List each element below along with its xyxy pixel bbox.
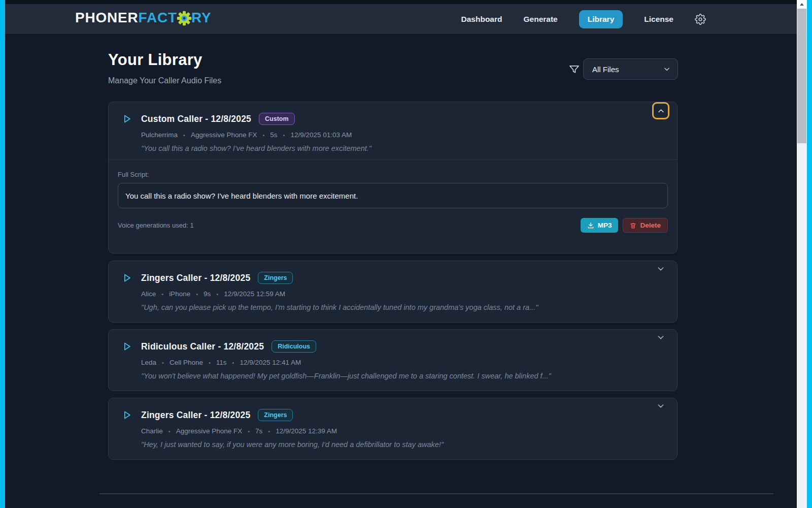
card-title: Zingers Caller - 12/8/2025 [141, 273, 250, 283]
audio-card: Zingers Caller - 12/8/2025 Zingers Alice… [108, 261, 678, 323]
expand-button[interactable] [656, 333, 665, 342]
card-title: Zingers Caller - 12/8/2025 [141, 410, 250, 421]
meta-separator: • [268, 428, 270, 434]
meta-separator: • [162, 360, 164, 366]
delete-button-label: Delete [640, 221, 661, 229]
meta-separator: • [283, 132, 285, 138]
filter-funnel-icon [568, 64, 580, 77]
header-bar: PHONER FACT [5, 4, 797, 35]
gear-logo-icon [177, 11, 192, 26]
category-badge: Custom [259, 113, 295, 125]
meta-separator: • [183, 132, 185, 138]
meta-separator: • [216, 291, 218, 297]
script-preview: "You call this a radio show? I've heard … [141, 144, 664, 152]
brand-name-part2a: FACT [139, 10, 177, 26]
card-meta: Pulcherrima • Aggressive Phone FX • 5s •… [141, 131, 664, 139]
duration: 7s [255, 427, 262, 435]
brand-logo[interactable]: PHONER FACT [75, 10, 211, 26]
scroll-up-arrow-icon [800, 3, 804, 6]
meta-separator: • [232, 360, 234, 366]
effect-name: iPhone [169, 290, 190, 298]
collapse-button[interactable] [652, 102, 669, 119]
page-title: Your Library [108, 51, 202, 69]
effect-name: Aggressive Phone FX [191, 131, 257, 139]
right-edge-stripe [807, 0, 812, 508]
created-timestamp: 12/9/2025 12:59 AM [224, 290, 285, 298]
script-preview: "You won't believe what happened! My pet… [141, 372, 664, 380]
duration: 5s [270, 131, 277, 139]
nav-item-license[interactable]: License [644, 15, 673, 24]
audio-card: Zingers Caller - 12/8/2025 Zingers Charl… [108, 398, 678, 460]
chevron-down-icon [657, 402, 665, 410]
meta-separator: • [262, 132, 264, 138]
card-divider [109, 160, 677, 160]
meta-separator: • [248, 428, 250, 434]
scroll-up-button[interactable] [797, 0, 807, 9]
main-nav: Dashboard Generate Library License [461, 4, 706, 35]
category-badge: Ridiculous [272, 340, 316, 353]
full-script-label: Full Script: [118, 171, 668, 178]
brand-name-part1: PHONER [75, 10, 139, 26]
scrollbar-thumb[interactable] [797, 9, 806, 143]
full-script-box[interactable]: You call this a radio show? I've heard b… [118, 183, 668, 208]
created-timestamp: 12/9/2025 12:41 AM [240, 359, 301, 366]
settings-button[interactable] [695, 14, 706, 25]
nav-item-library[interactable]: Library [579, 10, 623, 28]
category-badge: Zingers [258, 409, 293, 421]
mp3-button-label: MP3 [598, 221, 612, 229]
chevron-up-icon [657, 107, 665, 115]
meta-separator: • [209, 360, 211, 366]
card-meta: Leda • Cell Phone • 11s • 12/9/2025 12:4… [141, 359, 664, 366]
play-icon[interactable] [122, 114, 132, 124]
trash-icon [630, 222, 636, 229]
effect-name: Aggressive Phone FX [176, 427, 243, 435]
expand-button[interactable] [656, 264, 665, 273]
voice-name: Alice [141, 290, 156, 298]
created-timestamp: 12/9/2025 01:03 AM [290, 131, 352, 139]
nav-item-generate[interactable]: Generate [524, 15, 558, 24]
audio-card: Ridiculous Caller - 12/8/2025 Ridiculous… [108, 329, 678, 391]
file-filter-select[interactable]: All Files [583, 58, 678, 80]
effect-name: Cell Phone [170, 359, 203, 366]
generations-used-label: Voice generations used: 1 [118, 221, 194, 229]
chevron-down-icon [663, 66, 670, 73]
app-window: PHONER FACT [5, 0, 797, 508]
voice-name: Charlie [141, 427, 163, 435]
meta-separator: • [161, 291, 163, 297]
duration: 11s [216, 359, 227, 366]
duration: 9s [204, 290, 211, 298]
card-meta: Charlie • Aggressive Phone FX • 7s • 12/… [141, 427, 664, 435]
play-icon[interactable] [122, 410, 132, 420]
card-title: Ridiculous Caller - 12/8/2025 [141, 341, 264, 352]
scrollbar-track[interactable] [797, 0, 807, 508]
card-meta: Alice • iPhone • 9s • 12/9/2025 12:59 AM [141, 290, 664, 298]
category-badge: Zingers [258, 272, 293, 284]
audio-card: Custom Caller - 12/8/2025 Custom Pulcher… [108, 102, 678, 253]
top-strip [5, 0, 797, 4]
script-preview: "Ugh, can you please pick up the tempo, … [141, 303, 664, 311]
meta-separator: • [196, 291, 198, 297]
chevron-down-icon [657, 265, 665, 273]
left-edge-stripe [0, 0, 5, 508]
gear-icon [695, 14, 706, 25]
brand-name-part2b: RY [191, 10, 211, 26]
script-preview: "Hey, I just wanted to say, if you were … [141, 440, 664, 449]
section-divider [99, 493, 773, 494]
play-icon[interactable] [122, 273, 132, 283]
created-timestamp: 12/9/2025 12:39 AM [276, 427, 337, 435]
page-subtitle: Manage Your Caller Audio Files [108, 76, 221, 85]
nav-item-dashboard[interactable]: Dashboard [461, 15, 502, 24]
file-filter-value: All Files [592, 65, 663, 74]
card-title: Custom Caller - 12/8/2025 [141, 114, 251, 124]
chevron-down-icon [657, 333, 665, 341]
download-icon [587, 222, 594, 229]
meta-separator: • [168, 428, 171, 434]
play-icon[interactable] [122, 341, 132, 352]
voice-name: Leda [141, 359, 156, 366]
delete-button[interactable]: Delete [623, 218, 668, 233]
expand-button[interactable] [656, 401, 665, 410]
full-script-text: You call this a radio show? I've heard b… [125, 192, 358, 200]
download-mp3-button[interactable]: MP3 [581, 218, 619, 233]
voice-name: Pulcherrima [141, 131, 178, 139]
